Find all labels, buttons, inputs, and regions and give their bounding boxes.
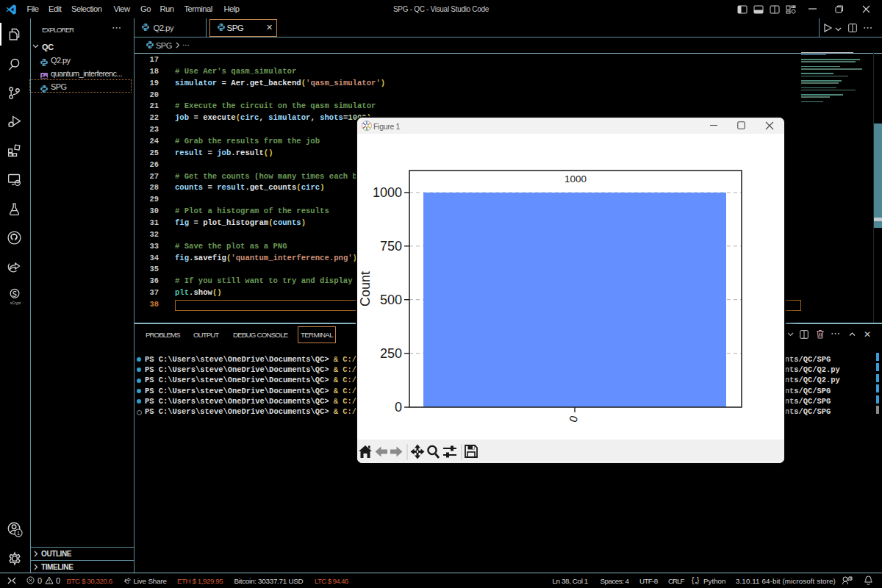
svg-text:250: 250 <box>380 346 402 361</box>
svg-text:1000: 1000 <box>564 173 587 184</box>
svg-text:750: 750 <box>380 239 402 254</box>
svg-text:Count: Count <box>358 271 373 306</box>
svg-text:1: 1 <box>17 530 20 537</box>
svg-text:500: 500 <box>380 293 402 307</box>
svg-text:1000: 1000 <box>373 185 402 200</box>
svg-text:0: 0 <box>395 400 402 415</box>
